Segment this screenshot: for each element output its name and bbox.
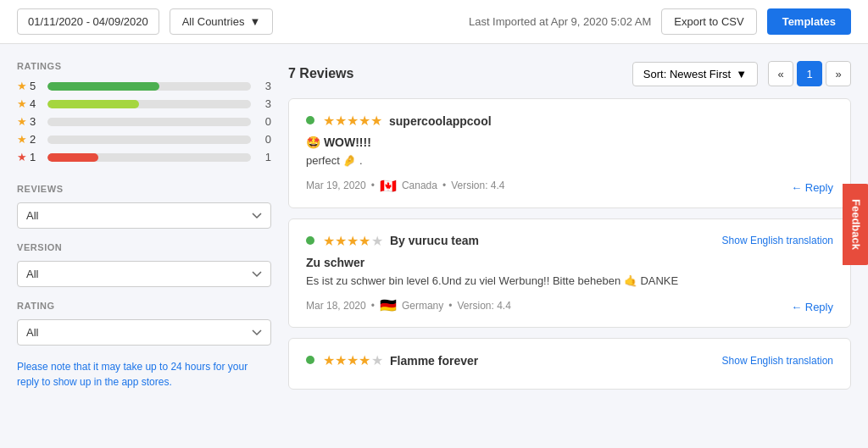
count-1: 1 <box>258 151 271 163</box>
count-4: 3 <box>258 97 271 110</box>
pagination-current[interactable]: 1 <box>797 61 822 86</box>
countries-label: All Countries <box>182 15 245 28</box>
star-icon: ★ <box>17 133 27 146</box>
count-3: 0 <box>258 115 271 128</box>
last-imported-text: Last Imported at Apr 9, 2020 5:02 AM <box>469 15 651 28</box>
review-body-2: Es ist zu schwer bin level 6.Und zu viel… <box>306 273 833 290</box>
star-icon: ★ <box>17 115 27 128</box>
main-layout: RATINGS ★ 5 3 ★ 4 3 ★ 3 0 ★ 2 0 <box>0 44 868 444</box>
show-translation-button-3[interactable]: Show English translation <box>722 355 833 367</box>
review-title-1: 🤩 WOW!!!! <box>306 136 833 149</box>
star-3-label: ★ 3 <box>17 115 41 128</box>
rating-filter-label: RATING <box>17 301 271 311</box>
count-5: 3 <box>258 80 271 92</box>
top-bar: 01/11/2020 - 04/09/2020 All Countries ▼ … <box>0 0 868 44</box>
review-meta-1: Mar 19, 2020 • 🇨🇦 Canada • Version: 4.4 <box>306 178 833 194</box>
online-indicator-2 <box>306 236 314 245</box>
star-icon: ★ <box>17 97 27 110</box>
review-card-3: ★★★★★ Flamme forever Show English transl… <box>288 338 851 390</box>
show-translation-button-2[interactable]: Show English translation <box>722 235 833 246</box>
pagination: « 1 » <box>768 61 851 86</box>
reviews-filter-section: REVIEWS All <box>17 184 271 229</box>
reply-button-2[interactable]: ← Reply <box>791 301 833 313</box>
countries-dropdown[interactable]: All Countries ▼ <box>170 8 274 35</box>
reviews-filter-select[interactable]: All <box>17 202 271 229</box>
review-meta-2: Mar 18, 2020 • 🇩🇪 Germany • Version: 4.4 <box>306 297 833 313</box>
review-date-2: Mar 18, 2020 <box>306 300 366 312</box>
review-body-1: perfect 🤌 . <box>306 152 833 169</box>
reviews-header: 7 Reviews Sort: Newest First ▼ « 1 » <box>288 61 851 86</box>
rating-filter-select[interactable]: All <box>17 319 271 346</box>
rating-filter-section: RATING All <box>17 301 271 346</box>
review-header-info-3: ★★★★★ Flamme forever Show English transl… <box>323 352 833 368</box>
review-header-row-2: ★★★★★ By vurucu team Show English transl… <box>323 233 833 249</box>
country-name-2: Germany <box>402 300 443 312</box>
stars-display-3: ★★★★★ <box>323 352 383 368</box>
country-flag-1: 🇨🇦 <box>380 178 397 194</box>
bar-fill-4 <box>47 100 139 108</box>
reviews-count: 7 Reviews <box>288 66 622 81</box>
reviews-panel: 7 Reviews Sort: Newest First ▼ « 1 » ★★★… <box>288 61 851 427</box>
bar-track-2 <box>47 136 251 144</box>
version-filter-select[interactable]: All <box>17 261 271 287</box>
sidebar: RATINGS ★ 5 3 ★ 4 3 ★ 3 0 ★ 2 0 <box>17 61 271 427</box>
sort-button[interactable]: Sort: Newest First ▼ <box>632 62 758 86</box>
review-date-1: Mar 19, 2020 <box>306 180 366 191</box>
review-top-2: ★★★★★ By vurucu team Show English transl… <box>306 233 833 249</box>
online-indicator-3 <box>306 356 314 364</box>
ratings-label: RATINGS <box>17 61 271 71</box>
rating-row-4: ★ 4 3 <box>17 97 271 110</box>
chevron-down-icon: ▼ <box>249 15 260 28</box>
star-1-label: ★ 1 <box>17 151 41 163</box>
rating-row-1: ★ 1 1 <box>17 151 271 163</box>
bar-fill-1 <box>47 153 98 162</box>
stars-display-2: ★★★★★ <box>323 233 383 249</box>
pagination-prev[interactable]: « <box>768 61 793 86</box>
stars-and-name-2: ★★★★★ By vurucu team <box>323 233 722 249</box>
star-4-label: ★ 4 <box>17 97 41 110</box>
bar-track-1 <box>47 153 251 162</box>
review-header-row-1: ★★★★★ supercoolappcool <box>323 113 833 129</box>
sort-chevron-icon: ▼ <box>736 68 747 80</box>
date-range-button[interactable]: 01/11/2020 - 04/09/2020 <box>17 8 159 35</box>
ratings-section: RATINGS ★ 5 3 ★ 4 3 ★ 3 0 ★ 2 0 <box>17 61 271 163</box>
bar-track-4 <box>47 100 251 108</box>
bar-track-5 <box>47 82 251 91</box>
review-title-2: Zu schwer <box>306 256 833 269</box>
version-2: Version: 4.4 <box>457 300 510 312</box>
bar-track-3 <box>47 118 251 126</box>
reply-note: Please note that it may take up to 24 ho… <box>17 359 271 390</box>
export-csv-button[interactable]: Export to CSV <box>661 8 756 35</box>
review-header-info-2: ★★★★★ By vurucu team Show English transl… <box>323 233 833 249</box>
reviewer-name-3: Flamme forever <box>390 354 478 368</box>
review-card-2: ★★★★★ By vurucu team Show English transl… <box>288 218 851 329</box>
review-card-1: ★★★★★ supercoolappcool 🤩 WOW!!!! perfect… <box>288 98 851 208</box>
version-filter-label: VERSION <box>17 242 271 252</box>
sort-label: Sort: Newest First <box>643 68 731 80</box>
reply-button-1[interactable]: ← Reply <box>791 181 833 194</box>
country-name-1: Canada <box>402 180 437 191</box>
rating-row-2: ★ 2 0 <box>17 133 271 146</box>
count-2: 0 <box>258 133 271 146</box>
online-indicator-1 <box>306 116 314 124</box>
star-icon: ★ <box>17 80 27 92</box>
review-top-1: ★★★★★ supercoolappcool <box>306 113 833 129</box>
review-header-row-3: ★★★★★ Flamme forever Show English transl… <box>323 352 833 368</box>
review-header-info-1: ★★★★★ supercoolappcool <box>323 113 833 129</box>
review-top-3: ★★★★★ Flamme forever Show English transl… <box>306 352 833 368</box>
stars-display-1: ★★★★★ <box>323 113 382 129</box>
templates-button[interactable]: Templates <box>767 8 851 35</box>
reviews-filter-label: REVIEWS <box>17 184 271 194</box>
rating-row-5: ★ 5 3 <box>17 80 271 92</box>
bar-fill-5 <box>47 82 159 91</box>
version-1: Version: 4.4 <box>451 180 504 191</box>
feedback-tab[interactable]: Feedback <box>843 184 868 265</box>
reviewer-name-1: supercoolappcool <box>389 114 492 128</box>
pagination-next[interactable]: » <box>826 61 851 86</box>
star-icon: ★ <box>17 151 27 163</box>
stars-and-name-1: ★★★★★ supercoolappcool <box>323 113 833 129</box>
rating-row-3: ★ 3 0 <box>17 115 271 128</box>
star-5-label: ★ 5 <box>17 80 41 92</box>
star-2-label: ★ 2 <box>17 133 41 146</box>
stars-and-name-3: ★★★★★ Flamme forever <box>323 352 722 368</box>
